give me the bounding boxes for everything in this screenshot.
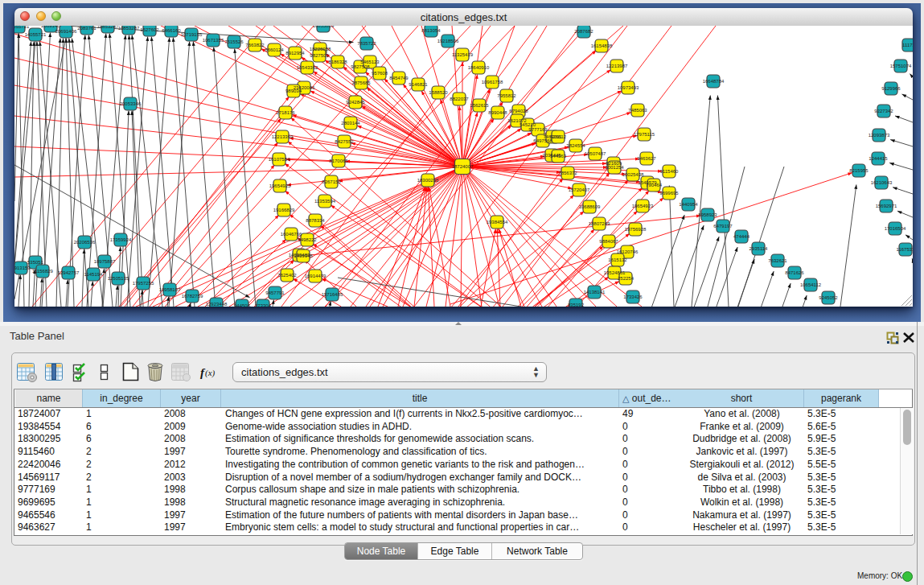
- svg-text:8958923: 8958923: [698, 212, 717, 217]
- svg-text:12505135: 12505135: [108, 276, 129, 281]
- svg-text:8215955: 8215955: [849, 168, 869, 173]
- svg-text:9227342: 9227342: [874, 109, 893, 113]
- svg-text:12942757: 12942757: [58, 270, 80, 275]
- svg-text:989034: 989034: [285, 89, 302, 93]
- svg-text:17975115: 17975115: [634, 132, 655, 137]
- svg-text:18640910: 18640910: [468, 65, 490, 70]
- svg-text:8427552: 8427552: [335, 139, 354, 144]
- svg-text:6466160: 6466160: [162, 28, 181, 33]
- svg-text:9129966: 9129966: [881, 86, 901, 91]
- svg-text:1001254: 1001254: [605, 165, 624, 170]
- svg-text:6479197: 6479197: [713, 224, 733, 229]
- svg-text:9884067: 9884067: [599, 239, 618, 244]
- svg-text:16543362: 16543362: [297, 65, 318, 70]
- svg-text:9827508: 9827508: [351, 64, 370, 69]
- svg-text:15692971: 15692971: [876, 204, 897, 208]
- svg-text:19384554: 19384554: [487, 220, 508, 225]
- svg-text:8878334: 8878334: [306, 218, 325, 223]
- svg-text:10958107: 10958107: [159, 287, 181, 292]
- svg-text:10688609: 10688609: [579, 204, 601, 209]
- svg-text:16046766: 16046766: [281, 232, 302, 237]
- svg-text:1733426: 1733426: [623, 295, 643, 299]
- svg-text:20691406: 20691406: [55, 29, 77, 34]
- svg-text:7625402: 7625402: [277, 273, 297, 278]
- svg-text:3913159: 3913159: [14, 266, 31, 270]
- svg-text:19654923: 19654923: [632, 204, 654, 208]
- svg-text:11325419: 11325419: [452, 52, 474, 57]
- svg-text:1440954: 1440954: [679, 202, 698, 207]
- svg-text:9777169: 9777169: [528, 127, 548, 132]
- svg-text:16154838: 16154838: [591, 43, 613, 48]
- svg-text:8822037: 8822037: [450, 97, 469, 101]
- svg-text:9146821: 9146821: [409, 82, 428, 87]
- svg-text:12213369: 12213369: [272, 134, 294, 139]
- svg-text:7485063: 7485063: [628, 108, 647, 113]
- svg-text:14055721: 14055721: [25, 32, 47, 37]
- svg-text:944506: 944506: [234, 303, 251, 307]
- svg-text:14055721: 14055721: [14, 26, 30, 29]
- svg-text:19756928: 19756928: [625, 227, 647, 232]
- svg-text:6794028: 6794028: [509, 109, 528, 113]
- svg-text:273304: 273304: [255, 303, 272, 307]
- svg-text:10973493: 10973493: [618, 85, 639, 90]
- svg-text:(x): (x): [205, 368, 216, 378]
- svg-text:17957255: 17957255: [133, 281, 154, 286]
- svg-text:12213987: 12213987: [606, 64, 628, 68]
- svg-text:8660124: 8660124: [265, 47, 284, 52]
- svg-text:10719155: 10719155: [181, 32, 203, 37]
- svg-text:7955812: 7955812: [497, 93, 516, 98]
- svg-text:10507487: 10507487: [585, 151, 606, 156]
- svg-text:10853287: 10853287: [118, 26, 140, 31]
- svg-text:1409948: 1409948: [294, 253, 313, 258]
- svg-text:17359924: 17359924: [110, 237, 132, 242]
- svg-text:7663822: 7663822: [245, 43, 265, 47]
- svg-text:1588520: 1588520: [429, 90, 448, 95]
- svg-text:10975887: 10975887: [94, 259, 116, 264]
- svg-text:10671355: 10671355: [203, 38, 224, 43]
- svg-text:11353594: 11353594: [314, 199, 336, 204]
- svg-text:2069140: 2069140: [41, 26, 60, 28]
- svg-text:15751074: 15751074: [890, 64, 912, 68]
- svg-text:9242845: 9242845: [346, 100, 365, 105]
- svg-text:18300295: 18300295: [417, 178, 439, 183]
- svg-text:2935114: 2935114: [749, 246, 769, 251]
- svg-text:19166829: 19166829: [273, 208, 295, 212]
- svg-text:19218506: 19218506: [437, 39, 459, 43]
- svg-text:8186328: 8186328: [328, 60, 347, 64]
- svg-text:9827503: 9827503: [310, 53, 329, 58]
- svg-text:2718176: 2718176: [276, 110, 295, 115]
- svg-text:15720407: 15720407: [569, 187, 590, 192]
- svg-text:9115460: 9115460: [660, 169, 680, 174]
- svg-text:10961758: 10961758: [482, 80, 503, 84]
- svg-text:1244415: 1244415: [869, 156, 888, 161]
- svg-text:8454749: 8454749: [389, 76, 409, 80]
- svg-text:1615132: 1615132: [608, 257, 627, 262]
- svg-text:11156829: 11156829: [32, 269, 53, 274]
- svg-text:19654925: 19654925: [269, 183, 291, 188]
- svg-text:2087682: 2087682: [574, 29, 593, 34]
- svg-text:8813054: 8813054: [421, 28, 441, 33]
- svg-text:10025438: 10025438: [622, 172, 644, 177]
- svg-text:7856372: 7856372: [558, 171, 577, 175]
- svg-text:1527602: 1527602: [140, 27, 159, 32]
- svg-text:9245052: 9245052: [819, 295, 838, 300]
- svg-text:18226058: 18226058: [310, 47, 331, 51]
- svg-text:15716485: 15716485: [322, 292, 343, 297]
- svg-text:16782759: 16782759: [182, 294, 203, 299]
- svg-text:11173: 11173: [902, 43, 913, 47]
- svg-text:7835722: 7835722: [357, 41, 376, 46]
- svg-text:8990448: 8990448: [488, 110, 507, 115]
- svg-text:544563: 544563: [550, 154, 567, 159]
- svg-text:10853287: 10853287: [97, 26, 119, 29]
- svg-text:957608: 957608: [372, 71, 388, 76]
- svg-text:8471626: 8471626: [785, 270, 804, 275]
- svg-text:2083761: 2083761: [77, 26, 97, 31]
- svg-text:8170065: 8170065: [329, 159, 348, 163]
- svg-text:3875685: 3875685: [351, 80, 371, 85]
- svg-text:16914479: 16914479: [305, 274, 326, 278]
- svg-text:2803144: 2803144: [341, 121, 360, 126]
- svg-text:10654112: 10654112: [800, 282, 822, 287]
- svg-text:8912954: 8912954: [285, 51, 305, 56]
- svg-text:252254: 252254: [618, 276, 634, 281]
- svg-text:16107554: 16107554: [269, 157, 290, 162]
